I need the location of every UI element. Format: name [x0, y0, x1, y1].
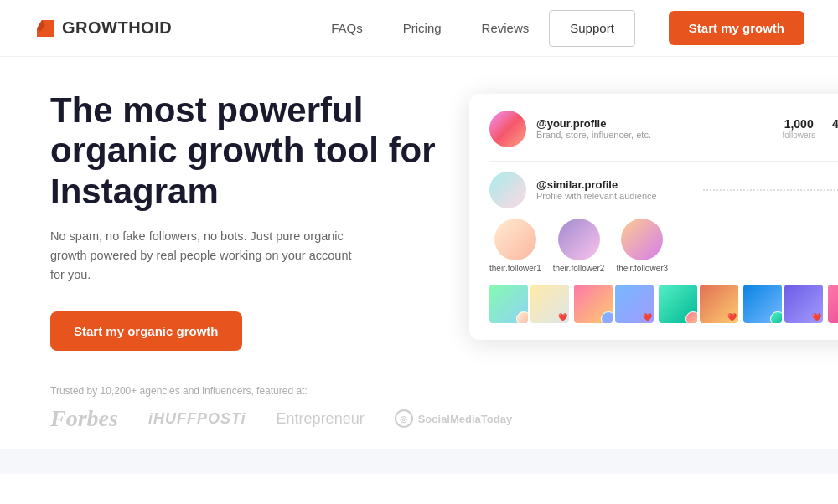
hero-title: The most powerful organic growth tool fo… [50, 90, 436, 212]
similar-profile-row: @similar.profile Profile with relevant a… [489, 172, 838, 208]
your-profile-name: @your.profile [536, 117, 772, 130]
post-thumb-9: ❤️ [828, 285, 838, 323]
your-profile-desc: Brand, store, influencer, etc. [536, 130, 772, 140]
your-profile-stats: 1,000 followers 4,202 likes 7,003 views [782, 117, 838, 140]
post-thumb-1: ❤️ [489, 285, 528, 323]
posts-row: ❤️ ❤️ ❤️ ❤️ [489, 285, 838, 323]
followers-preview: their.follower1 their.follower2 their.fo… [489, 219, 838, 273]
smt-circle-icon: ◎ [395, 409, 413, 428]
post-thumb-3: ❤️ [574, 285, 613, 323]
post-group-2: ❤️ ❤️ [574, 285, 654, 323]
header: GROWTHOID FAQs Pricing Reviews Support S… [0, 0, 838, 57]
post-group-4: ❤️ ❤️ [743, 285, 823, 323]
heart-icon-2: ❤️ [558, 313, 567, 321]
footer-bg [0, 449, 838, 474]
similar-profile-name: @similar.profile [536, 178, 686, 191]
trusted-section: Trusted by 10,200+ agencies and influenc… [0, 368, 838, 449]
follower-item-3: their.follower3 [616, 219, 668, 273]
post-thumb-8: ❤️ [784, 285, 823, 323]
post-thumb-5: ❤️ [659, 285, 697, 323]
similar-profile-avatar [489, 172, 526, 208]
post-group-3: ❤️ ❤️ [659, 285, 738, 323]
heart-icon-6: ❤️ [727, 313, 737, 321]
logo-icon [34, 17, 57, 40]
header-cta-button[interactable]: Start my growth [669, 11, 804, 45]
stat-likes-label: likes [832, 131, 838, 140]
your-profile-avatar [489, 111, 526, 147]
nav-pricing[interactable]: Pricing [383, 0, 462, 57]
similar-profile-desc: Profile with relevant audience [536, 191, 686, 201]
press-logos: Forbes iHUFFPOSTi Entrepreneur ◎ SocialM… [50, 405, 788, 432]
stat-likes-value: 4,202 [832, 117, 838, 131]
follower-item-1: their.follower1 [489, 219, 541, 273]
post-avatar-3 [685, 311, 697, 323]
your-profile-row: @your.profile Brand, store, influencer, … [489, 111, 838, 147]
post-thumb-2: ❤️ [530, 285, 569, 323]
post-thumb-4: ❤️ [615, 285, 654, 323]
heart-icon-8: ❤️ [812, 313, 821, 321]
follower-item-2: their.follower2 [553, 219, 605, 273]
nav-reviews[interactable]: Reviews [462, 0, 550, 57]
stat-likes: 4,202 likes [832, 117, 838, 140]
stat-followers-label: followers [782, 131, 815, 140]
logo-text: GROWTHOID [62, 18, 172, 38]
hero-cta-button[interactable]: Start my organic growth [50, 311, 242, 351]
follower-avatar-3 [621, 219, 663, 260]
hero-subtitle: No spam, no fake followers, no bots. Jus… [50, 227, 369, 285]
main-nav: FAQs Pricing Reviews Support [311, 0, 635, 57]
post-thumb-7: ❤️ [743, 285, 782, 323]
card-divider-1 [489, 161, 838, 162]
follower-name-2: their.follower2 [553, 264, 605, 273]
follower-name-1: their.follower1 [489, 264, 541, 273]
post-avatar-1 [516, 311, 528, 323]
trusted-label: Trusted by 10,200+ agencies and influenc… [50, 385, 788, 397]
stat-followers-value: 1,000 [782, 117, 815, 131]
follower-name-3: their.follower3 [616, 264, 668, 273]
your-profile-info: @your.profile Brand, store, influencer, … [536, 117, 772, 140]
follower-avatar-1 [494, 219, 536, 260]
post-group-5: ❤️ ❤️ [828, 285, 838, 323]
heart-icon-4: ❤️ [643, 313, 652, 321]
post-avatar-4 [770, 311, 782, 323]
post-group-1: ❤️ ❤️ [489, 285, 569, 323]
press-logo-smt: ◎ SocialMediaToday [395, 409, 512, 428]
post-thumb-6: ❤️ [700, 285, 738, 323]
post-avatar-2 [601, 311, 613, 323]
press-logo-forbes: Forbes [50, 405, 118, 432]
press-logo-entrepreneur: Entrepreneur [277, 410, 365, 428]
logo[interactable]: GROWTHOID [34, 17, 172, 40]
instagram-card: @your.profile Brand, store, influencer, … [469, 94, 838, 340]
dots-line [703, 189, 838, 191]
nav-faqs[interactable]: FAQs [311, 0, 383, 57]
main-content: The most powerful organic growth tool fo… [0, 57, 838, 368]
stat-followers: 1,000 followers [782, 117, 815, 140]
hero-section: The most powerful organic growth tool fo… [50, 90, 436, 351]
nav-support[interactable]: Support [549, 10, 635, 47]
follower-avatar-2 [558, 219, 600, 260]
similar-profile-info: @similar.profile Profile with relevant a… [536, 178, 686, 201]
press-logo-huffpost: iHUFFPOSTi [148, 410, 246, 428]
